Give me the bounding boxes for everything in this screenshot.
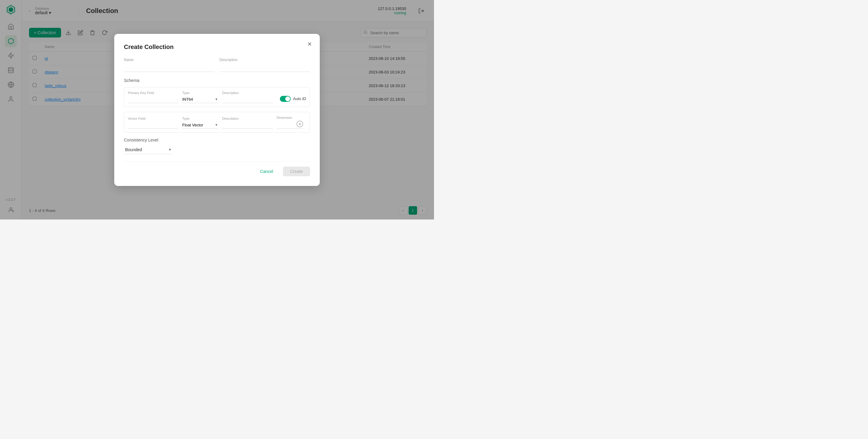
description-label: Description	[219, 58, 310, 62]
consistency-select-wrapper: Strong Bounded Session Eventually	[124, 145, 172, 154]
vector-description-input[interactable]	[222, 121, 273, 129]
pk-type-select[interactable]: INT64 VARCHAR	[182, 96, 218, 103]
collection-name-field: Name	[124, 58, 215, 72]
vector-input[interactable]	[128, 121, 179, 129]
primary-key-input[interactable]	[128, 96, 179, 103]
vector-type-select[interactable]: Float Vector Binary Vector	[182, 121, 218, 129]
pk-description-input[interactable]	[222, 96, 273, 103]
auto-id-toggle[interactable]	[280, 96, 291, 102]
add-field-button[interactable]: +	[297, 121, 303, 127]
consistency-select[interactable]: Strong Bounded Session Eventually	[124, 145, 172, 154]
auto-id-label: Auto ID	[293, 96, 306, 101]
dimension-input[interactable]: 128	[277, 121, 295, 126]
pk-type-label: Type	[182, 91, 218, 95]
vector-type-container: Type Float Vector Binary Vector	[182, 117, 218, 129]
vector-field-row: Vector Field Type Float Vector Binary Ve…	[124, 112, 310, 133]
name-description-row: Name Description	[124, 58, 310, 72]
primary-key-field-container: Primary Key Field	[128, 91, 179, 103]
primary-key-row: Primary Key Field Type INT64 VARCHAR Des…	[124, 87, 310, 107]
collection-description-field: Description	[219, 58, 310, 72]
primary-key-label: Primary Key Field	[128, 91, 179, 95]
consistency-label: Consistency Level	[124, 138, 310, 142]
modal-close-button[interactable]: ✕	[305, 40, 314, 48]
description-input[interactable]	[219, 63, 310, 72]
primary-key-description-container: Description	[222, 91, 273, 103]
vector-description-container: Description	[222, 117, 273, 129]
modal-title: Create Collection	[124, 43, 310, 51]
schema-label: Schema	[124, 78, 310, 83]
vector-field-label: Vector Field	[128, 117, 179, 120]
vector-type-label: Type	[182, 117, 218, 120]
cancel-button[interactable]: Cancel	[255, 167, 278, 176]
name-input[interactable]	[124, 63, 215, 72]
dimension-container: Dimension 128 +	[277, 116, 303, 129]
dimension-label: Dimension	[277, 116, 303, 119]
consistency-section: Consistency Level Strong Bounded Session…	[124, 138, 310, 154]
modal-footer: Cancel Create	[124, 162, 310, 176]
pk-desc-label: Description	[222, 91, 273, 95]
vector-desc-label: Description	[222, 117, 273, 120]
vector-field-container: Vector Field	[128, 117, 179, 129]
auto-id-container: Auto ID	[280, 96, 306, 103]
modal-overlay[interactable]: Create Collection ✕ Name Description Sch…	[0, 0, 434, 220]
create-collection-modal: Create Collection ✕ Name Description Sch…	[114, 34, 320, 186]
create-button[interactable]: Create	[283, 167, 310, 176]
name-label: Name	[124, 58, 215, 62]
primary-key-type-container: Type INT64 VARCHAR	[182, 91, 218, 103]
